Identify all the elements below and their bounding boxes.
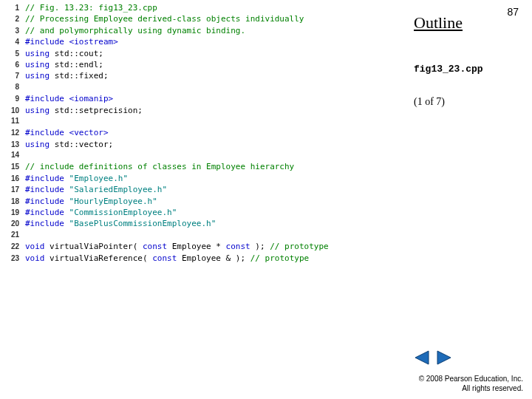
line-number: 17: [3, 185, 25, 194]
code-token: // Fig. 13.23: fig13_23.cpp: [25, 3, 157, 13]
code-token: std::endl;: [50, 60, 103, 69]
code-token: #include: [25, 94, 69, 103]
line-number: 16: [3, 174, 25, 183]
line-number: 1: [3, 4, 25, 12]
code-line: 16#include "Employee.h": [3, 174, 409, 185]
code-line: 14: [3, 151, 409, 162]
code-token: "BasePlusCommissionEmployee.h": [69, 219, 216, 228]
code-token: std::fixed;: [50, 71, 108, 81]
code-token: #include: [25, 208, 69, 217]
code-line: 19#include "CommissionEmployee.h": [3, 208, 409, 219]
line-number: 15: [3, 163, 25, 171]
code-line: 3// and polymorphically using dynamic bi…: [3, 26, 409, 37]
code-token: #include: [25, 128, 69, 137]
line-number: 11: [3, 117, 25, 125]
code-token: // Processing Employee derived-class obj…: [25, 14, 304, 24]
code-token: std::vector;: [50, 140, 113, 149]
svg-marker-0: [415, 351, 429, 364]
code-line: 18#include "HourlyEmployee.h": [3, 197, 409, 208]
filename-label: fig13_23.cpp: [414, 64, 483, 75]
code-token: std::cout;: [50, 49, 103, 58]
page-indicator: (1 of 7): [414, 96, 445, 108]
code-token: using: [25, 71, 50, 81]
prev-button[interactable]: [414, 350, 430, 365]
code-token: std::setprecision;: [50, 106, 143, 115]
code-token: // and polymorphically using dynamic bin…: [25, 26, 245, 35]
code-line: 2// Processing Employee derived-class ob…: [3, 14, 409, 25]
code-line: 23void virtualViaReference( const Employ…: [3, 253, 409, 265]
line-number: 9: [3, 95, 25, 103]
code-listing: 1// Fig. 13.23: fig13_23.cpp2// Processi…: [3, 3, 409, 265]
next-button[interactable]: [436, 350, 452, 365]
code-line: 5using std::cout;: [3, 49, 409, 60]
code-token: #include: [25, 174, 69, 183]
code-line: 11: [3, 117, 409, 128]
code-line: 8: [3, 83, 409, 94]
code-token: // prototype: [270, 242, 328, 251]
triangle-left-icon: [414, 350, 430, 365]
code-token: Employee *: [167, 242, 225, 251]
line-number: 8: [3, 83, 25, 91]
code-token: #include: [25, 219, 69, 228]
code-token: // prototype: [250, 253, 309, 263]
code-token: using: [25, 140, 50, 149]
code-token: "HourlyEmployee.h": [69, 197, 157, 206]
code-token: using: [25, 60, 50, 69]
code-line: 22void virtualViaPointer( const Employee…: [3, 242, 409, 253]
code-token: using: [25, 49, 50, 58]
copyright-text: © 2008 Pearson Education, Inc. All right…: [412, 375, 523, 393]
line-number: 13: [3, 140, 25, 149]
code-line: 15// include definitions of classes in E…: [3, 162, 409, 173]
code-token: #include: [25, 197, 69, 206]
code-token: const: [226, 242, 250, 251]
code-token: const: [152, 253, 177, 263]
code-line: 1// Fig. 13.23: fig13_23.cpp: [3, 3, 409, 14]
code-line: 20#include "BasePlusCommissionEmployee.h…: [3, 219, 409, 230]
code-token: // include definitions of classes in Emp…: [25, 162, 294, 171]
code-token: <vector>: [69, 128, 109, 137]
code-token: <iomanip>: [69, 94, 114, 103]
code-line: 21: [3, 231, 409, 242]
code-token: void: [25, 242, 45, 251]
code-token: "CommissionEmployee.h": [69, 208, 177, 217]
line-number: 18: [3, 197, 25, 205]
code-line: 13using std::vector;: [3, 140, 409, 151]
line-number: 20: [3, 219, 25, 228]
code-token: "Employee.h": [69, 174, 128, 183]
line-number: 5: [3, 50, 25, 58]
line-number: 7: [3, 72, 25, 80]
code-line: 12#include <vector>: [3, 128, 409, 139]
code-token: virtualViaPointer(: [45, 242, 143, 251]
code-line: 7using std::fixed;: [3, 71, 409, 82]
code-token: "SalariedEmployee.h": [69, 185, 167, 194]
code-token: <iostream>: [69, 37, 118, 47]
line-number: 23: [3, 254, 25, 262]
code-token: #include: [25, 37, 69, 47]
line-number: 3: [3, 27, 25, 35]
code-line: 6using std::endl;: [3, 60, 409, 71]
outline-heading: Outline: [414, 13, 463, 33]
code-line: 17#include "SalariedEmployee.h": [3, 185, 409, 196]
code-token: #include: [25, 185, 69, 194]
line-number: 10: [3, 106, 25, 115]
slide: 1// Fig. 13.23: fig13_23.cpp2// Processi…: [0, 0, 532, 399]
triangle-right-icon: [436, 350, 452, 365]
line-number: 21: [3, 231, 25, 239]
svg-marker-1: [437, 351, 451, 364]
code-token: const: [143, 242, 167, 251]
slide-number: 87: [507, 6, 519, 18]
code-line: 10using std::setprecision;: [3, 106, 409, 117]
line-number: 12: [3, 129, 25, 137]
code-token: Employee & );: [177, 253, 250, 263]
code-line: 4#include <iostream>: [3, 37, 409, 48]
code-token: void: [25, 253, 45, 263]
line-number: 6: [3, 61, 25, 69]
line-number: 2: [3, 15, 25, 23]
code-token: using: [25, 106, 50, 115]
line-number: 22: [3, 242, 25, 250]
code-token: );: [250, 242, 270, 251]
line-number: 14: [3, 151, 25, 159]
nav-controls: [414, 350, 452, 365]
code-line: 9#include <iomanip>: [3, 94, 409, 105]
line-number: 4: [3, 38, 25, 46]
